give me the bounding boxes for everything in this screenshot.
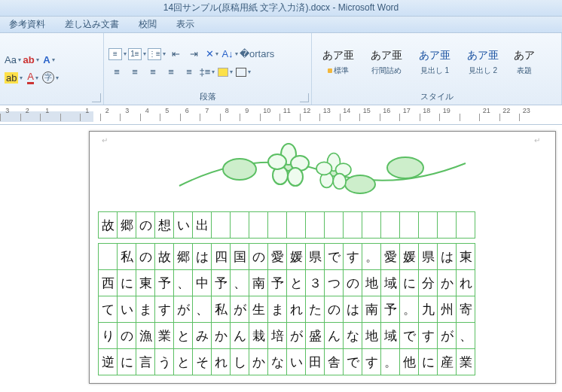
manuscript-cell[interactable] bbox=[98, 243, 118, 270]
numbering-button[interactable]: 1≡ bbox=[128, 46, 146, 62]
manuscript-cell[interactable] bbox=[324, 211, 344, 239]
manuscript-cell[interactable]: れ bbox=[211, 348, 231, 375]
manuscript-cell[interactable]: の bbox=[324, 296, 344, 323]
align-left-button[interactable]: ≡ bbox=[108, 64, 125, 81]
manuscript-cell[interactable]: 逆 bbox=[98, 348, 118, 375]
manuscript-cell[interactable]: 生 bbox=[249, 296, 268, 323]
manuscript-cell[interactable]: で bbox=[343, 348, 362, 375]
manuscript-cell[interactable]: 、 bbox=[230, 269, 249, 296]
manuscript-cell[interactable] bbox=[230, 211, 249, 239]
manuscript-cell[interactable]: 東 bbox=[456, 243, 475, 270]
increase-indent-button[interactable]: ⇥ bbox=[185, 46, 202, 62]
manuscript-cell[interactable]: 四 bbox=[211, 243, 231, 270]
manuscript-cell[interactable]: 地 bbox=[362, 322, 381, 349]
manuscript-cell[interactable]: 盛 bbox=[305, 322, 325, 349]
manuscript-cell[interactable]: 南 bbox=[362, 296, 381, 323]
style-normal[interactable]: あア亜 標準 bbox=[316, 39, 361, 86]
manuscript-cell[interactable]: 言 bbox=[136, 348, 155, 375]
document-area[interactable]: ↵ bbox=[0, 125, 562, 392]
manuscript-cell[interactable]: か bbox=[437, 269, 457, 296]
align-right-button[interactable]: ≡ bbox=[145, 64, 161, 81]
manuscript-cell[interactable]: 県 bbox=[418, 243, 438, 270]
manuscript-cell[interactable]: 分 bbox=[418, 269, 438, 296]
manuscript-cell[interactable] bbox=[380, 211, 400, 239]
manuscript-cell[interactable]: て bbox=[98, 296, 118, 323]
manuscript-cell[interactable]: 西 bbox=[98, 269, 118, 296]
manuscript-cell[interactable]: の bbox=[249, 243, 268, 270]
font-grow-button[interactable]: ab bbox=[23, 51, 39, 68]
manuscript-cell[interactable]: 県 bbox=[305, 243, 325, 270]
manuscript-cell[interactable]: 東 bbox=[136, 269, 155, 296]
manuscript-cell[interactable]: 地 bbox=[362, 269, 381, 296]
style-title[interactable]: あア 表題 bbox=[509, 39, 540, 86]
manuscript-cell[interactable]: 漁 bbox=[136, 322, 155, 349]
bullets-button[interactable]: ≡ bbox=[108, 46, 127, 62]
manuscript-cell[interactable]: 他 bbox=[399, 348, 419, 375]
style-heading2[interactable]: あア亜 見出し 2 bbox=[460, 39, 505, 86]
manuscript-cell[interactable]: の bbox=[343, 269, 362, 296]
manuscript-cell[interactable] bbox=[456, 211, 475, 239]
manuscript-cell[interactable]: す bbox=[154, 296, 174, 323]
manuscript-cell[interactable]: つ bbox=[324, 269, 344, 296]
manuscript-cell[interactable]: と bbox=[286, 269, 306, 296]
manuscript-cell[interactable]: と bbox=[173, 322, 193, 349]
manuscript-cell[interactable]: で bbox=[399, 322, 419, 349]
manuscript-cell[interactable] bbox=[211, 211, 231, 239]
manuscript-cell[interactable]: と bbox=[173, 348, 193, 375]
manuscript-cell[interactable]: 。 bbox=[380, 348, 400, 375]
multilevel-button[interactable]: ⋮≡ bbox=[148, 46, 166, 62]
manuscript-cell[interactable]: な bbox=[343, 322, 362, 349]
manuscript-cell[interactable]: 、 bbox=[173, 269, 193, 296]
highlight-button[interactable]: ab bbox=[5, 69, 23, 86]
manuscript-cell[interactable]: た bbox=[305, 296, 325, 323]
manuscript-cell[interactable]: い bbox=[286, 348, 306, 375]
change-case-button[interactable]: Aa bbox=[5, 51, 21, 68]
manuscript-cell[interactable] bbox=[249, 211, 268, 239]
decrease-indent-button[interactable]: ⇤ bbox=[167, 46, 184, 62]
manuscript-cell[interactable]: が bbox=[230, 296, 249, 323]
font-color-button[interactable]: A bbox=[24, 69, 41, 86]
manuscript-cell[interactable]: す bbox=[362, 348, 381, 375]
text-effects-button[interactable]: A bbox=[41, 51, 57, 68]
manuscript-cell[interactable]: 媛 bbox=[399, 243, 419, 270]
tab-references[interactable]: 参考資料 bbox=[9, 18, 45, 31]
justify-button[interactable]: ≡ bbox=[163, 64, 179, 81]
manuscript-cell[interactable]: 南 bbox=[249, 269, 268, 296]
manuscript-cell[interactable]: の bbox=[136, 243, 155, 270]
manuscript-cell[interactable]: 予 bbox=[267, 269, 287, 296]
horizontal-ruler[interactable]: 32112345678910111213141516171819212223 bbox=[0, 105, 562, 125]
manuscript-cell[interactable]: 業 bbox=[456, 348, 475, 375]
manuscript-cell[interactable]: が bbox=[437, 322, 457, 349]
distribute-button[interactable]: ≡ bbox=[181, 64, 197, 81]
manuscript-cell[interactable] bbox=[437, 211, 457, 239]
manuscript-cell[interactable]: で bbox=[324, 243, 344, 270]
borders-button[interactable] bbox=[235, 64, 252, 81]
manuscript-cell[interactable]: に bbox=[117, 269, 136, 296]
manuscript-cell[interactable]: の bbox=[136, 211, 155, 239]
manuscript-cell[interactable]: み bbox=[192, 322, 212, 349]
manuscript-cell[interactable]: 故 bbox=[154, 243, 174, 270]
manuscript-cell[interactable]: り bbox=[98, 322, 118, 349]
manuscript-cell[interactable]: 舎 bbox=[324, 348, 344, 375]
manuscript-cell[interactable]: 想 bbox=[154, 211, 174, 239]
manuscript-cell[interactable]: が bbox=[173, 296, 193, 323]
manuscript-cell[interactable]: 媛 bbox=[286, 243, 306, 270]
manuscript-cell[interactable]: 愛 bbox=[267, 243, 287, 270]
manuscript-cell[interactable]: 故 bbox=[98, 211, 118, 239]
manuscript-cell[interactable]: 私 bbox=[117, 243, 136, 270]
manuscript-cell[interactable]: 出 bbox=[192, 211, 212, 239]
manuscript-cell[interactable]: し bbox=[230, 348, 249, 375]
align-center-button[interactable]: ≡ bbox=[127, 64, 143, 81]
line-spacing-button[interactable]: ‡≡ bbox=[199, 64, 215, 81]
manuscript-cell[interactable]: そ bbox=[192, 348, 212, 375]
manuscript-cell[interactable] bbox=[418, 211, 438, 239]
manuscript-cell[interactable] bbox=[305, 211, 325, 239]
paragraph-dialog-launcher-icon[interactable] bbox=[300, 93, 309, 102]
manuscript-cell[interactable]: 九 bbox=[418, 296, 438, 323]
manuscript-cell[interactable] bbox=[399, 211, 419, 239]
manuscript-cell[interactable]: は bbox=[437, 243, 457, 270]
tab-view[interactable]: 表示 bbox=[176, 18, 194, 31]
manuscript-cell[interactable]: 予 bbox=[380, 296, 400, 323]
manuscript-cell[interactable]: 州 bbox=[437, 296, 457, 323]
manuscript-cell[interactable]: 。 bbox=[362, 243, 381, 270]
